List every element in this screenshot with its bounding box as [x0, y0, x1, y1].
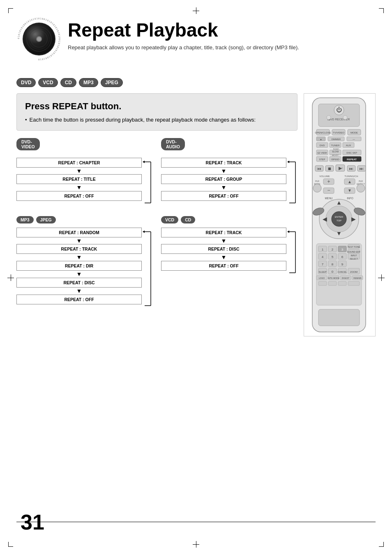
- svg-text:▼: ▼: [348, 188, 352, 193]
- crosshair-top: [193, 7, 199, 14]
- svg-text:3: 3: [341, 248, 344, 251]
- svg-text:CANCEL: CANCEL: [338, 271, 347, 273]
- disc-icon: 0101010100101010101001010101010101001010…: [16, 16, 62, 62]
- svg-text:SLEEP: SLEEP: [318, 271, 326, 273]
- badge-jpeg: JPEG: [101, 78, 123, 87]
- crosshair-left: [7, 274, 14, 281]
- mp3-return-arrow: [143, 228, 153, 310]
- svg-text:TEST TONE: TEST TONE: [348, 246, 360, 248]
- svg-text:9: 9: [341, 263, 344, 266]
- svg-point-82: [357, 184, 365, 192]
- svg-marker-19: [143, 230, 145, 233]
- svg-text:REPEAT: REPEAT: [347, 158, 357, 161]
- arrow-down-2: ▼: [16, 184, 142, 191]
- svg-text:0: 0: [332, 270, 334, 274]
- svg-text:—: —: [353, 138, 355, 140]
- crosshair-bottom: [193, 541, 199, 548]
- mp3-jpeg-items: REPEAT : RANDOM ▼ REPEAT : TRACK ▼ REPEA…: [16, 228, 142, 310]
- svg-text:DIGEST: DIGEST: [342, 277, 350, 279]
- instruction-text: • Each time the button is pressed during…: [25, 116, 289, 124]
- svg-text:DVD: DVD: [320, 144, 325, 147]
- svg-text:OPEN/CLOSE: OPEN/CLOSE: [315, 131, 331, 134]
- svg-text:INPUT: INPUT: [351, 254, 357, 257]
- svg-text:2: 2: [332, 248, 334, 251]
- svg-text:ENTER: ENTER: [335, 216, 344, 218]
- svg-text:SOUND EDF: SOUND EDF: [347, 251, 361, 253]
- mode-tag-mp3: MP3: [16, 216, 34, 223]
- instruction-main: Press REPEAT button. • Each time the but…: [16, 93, 297, 336]
- format-badges: DVD VCD CD MP3 JPEG: [16, 78, 376, 87]
- svg-text:▼: ▼: [336, 230, 342, 237]
- svg-text:TUNER: TUNER: [331, 144, 340, 147]
- mp3-dir: REPEAT : DIR: [16, 261, 142, 271]
- svg-text:⏻: ⏻: [336, 106, 342, 113]
- svg-marker-11: [143, 161, 145, 163]
- svg-text:7: 7: [322, 263, 324, 266]
- svg-text:SLOW: SLOW: [332, 150, 339, 153]
- arrow-down-4: ▼: [161, 184, 286, 191]
- svg-text:⏭: ⏭: [349, 166, 353, 171]
- svg-text:6: 6: [341, 255, 344, 259]
- svg-text:−: −: [327, 187, 330, 193]
- svg-text:LOGO: LOGO: [319, 277, 325, 279]
- arrow-down-3: ▼: [161, 168, 286, 175]
- svg-text:STEP: STEP: [319, 158, 325, 161]
- svg-point-30: [327, 115, 331, 120]
- badge-dvd: DVD: [16, 78, 36, 87]
- svg-point-7: [37, 37, 41, 41]
- mp3-jpeg-bracket: REPEAT : RANDOM ▼ REPEAT : TRACK ▼ REPEA…: [16, 228, 153, 310]
- vcd-cd-items: REPEAT : TRACK ▼ REPEAT : DISC ▼ REPEAT …: [161, 228, 286, 277]
- subtitle: Repeat playback allows you to repeatedly…: [68, 44, 376, 51]
- vcd-off: REPEAT : OFF: [161, 261, 286, 271]
- svg-text:DISC SKP: DISC SKP: [346, 152, 357, 154]
- vcd-cd-bracket: REPEAT : TRACK ▼ REPEAT : DISC ▼ REPEAT …: [161, 228, 297, 277]
- dvd-video-chapter: REPEAT : CHAPTER: [16, 158, 142, 168]
- dvd-audio-bracket: REPEAT : TRACK ▼ REPEAT : GROUP ▼ REPEAT…: [161, 158, 297, 207]
- svg-text:PLR: PLR: [359, 180, 363, 182]
- corner-mark-tl: [8, 8, 13, 13]
- arrow-down-5: ▼: [16, 237, 142, 244]
- svg-text:AUX: AUX: [346, 144, 351, 147]
- mode-tag-dvd-video: DVD-VIDEO: [16, 138, 40, 150]
- dvd-audio-off: REPEAT : OFF: [161, 191, 286, 201]
- mode-tag-vcd: VCD: [161, 216, 178, 223]
- svg-text:8: 8: [332, 263, 334, 266]
- svg-text:II: II: [341, 167, 343, 169]
- flow-dvd-audio: DVD-AUDIO REPEAT : TRACK ▼ REPEAT : GROU…: [161, 138, 297, 207]
- svg-rect-149: [348, 281, 360, 286]
- corner-mark-tr: [379, 8, 384, 13]
- arrow-down-8: ▼: [16, 288, 142, 295]
- svg-text:NITE MODE: NITE MODE: [328, 277, 339, 279]
- svg-point-79: [313, 184, 321, 192]
- crosshair-right: [378, 274, 385, 281]
- svg-rect-146: [318, 281, 327, 286]
- mp3-random: REPEAT : RANDOM: [16, 228, 142, 237]
- badge-cd: CD: [60, 78, 76, 87]
- dvd-audio-return-arrow: [287, 158, 297, 207]
- svg-text:SELECT: SELECT: [350, 258, 357, 260]
- svg-text:⏮: ⏮: [317, 166, 321, 171]
- vcd-return-arrow: [287, 228, 297, 277]
- svg-text:◀: ◀: [323, 216, 327, 222]
- svg-marker-23: [287, 230, 289, 233]
- mode-tag-dvd-audio: DVD-AUDIO: [161, 138, 185, 150]
- vcd-disc: REPEAT : DISC: [161, 244, 286, 254]
- dvd-audio-group: REPEAT : GROUP: [161, 174, 286, 184]
- mode-tag-cd: CD: [181, 216, 195, 223]
- corner-mark-br: [379, 542, 384, 547]
- title-area: Repeat Playback Repeat playback allows y…: [66, 14, 376, 51]
- dvd-video-title: REPEAT : TITLE: [16, 174, 142, 184]
- arrow-down-10: ▼: [161, 254, 286, 261]
- svg-text:DIMMER: DIMMER: [332, 138, 341, 140]
- svg-text:INFO: INFO: [347, 197, 353, 200]
- arrow-down-6: ▼: [16, 254, 142, 261]
- svg-text:TUNING/CH: TUNING/CH: [344, 175, 358, 177]
- vcd-track: REPEAT : TRACK: [161, 228, 286, 237]
- svg-text:ZOOM: ZOOM: [350, 271, 357, 273]
- arrow-down-1: ▼: [16, 168, 142, 175]
- dvd-video-items: REPEAT : CHAPTER ▼ REPEAT : TITLE ▼ REPE…: [16, 158, 142, 207]
- svg-text:▶: ▶: [351, 216, 356, 222]
- svg-text:TOP: TOP: [337, 219, 341, 222]
- svg-text:MENU: MENU: [325, 197, 332, 200]
- badge-vcd: VCD: [38, 78, 58, 87]
